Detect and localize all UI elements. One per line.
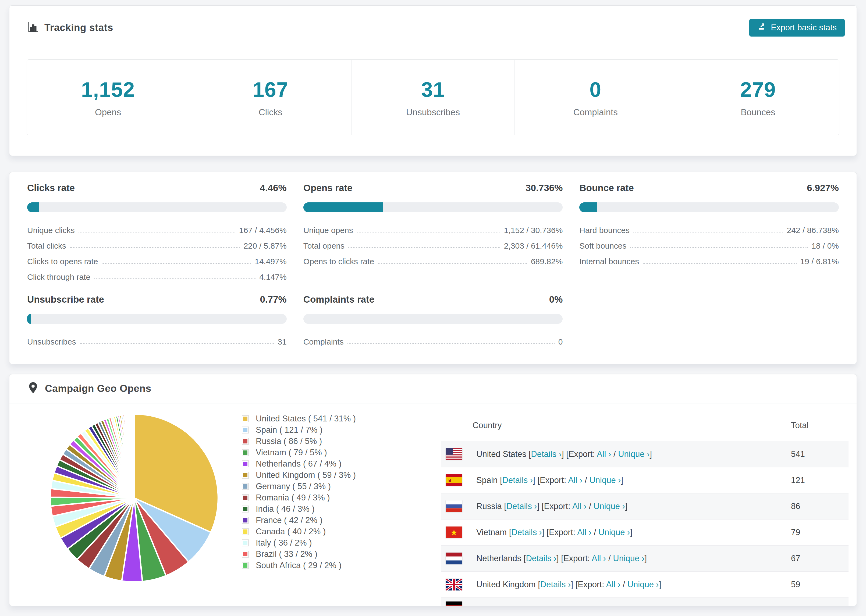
export-all-link[interactable]: All › [577,528,591,537]
country-total: 79 [791,528,849,537]
details-link[interactable]: Details › [502,475,533,485]
opens-rate-rows: Unique opens1,152 / 30.736%Total opens2,… [303,219,563,266]
export-unique-link[interactable]: Unique › [618,449,650,459]
stat-box-opens: 1,152 Opens [27,60,189,135]
legend-swatch [242,426,249,434]
dotted-leader [348,343,554,344]
geo-header: Campaign Geo Opens [9,374,857,404]
clicks-rate-progress-fill [27,203,39,212]
export-all-link[interactable]: All › [597,449,611,459]
bounce-rate-panel: Bounce rate 6.927% Hard bounces242 / 86.… [579,178,839,282]
rate-detail-label: Hard bounces [579,226,630,235]
country-column-header: Country [472,421,502,430]
gb-flag-icon [446,579,462,591]
export-all-link[interactable]: All › [572,501,587,511]
details-link[interactable]: Details › [531,449,562,459]
legend-item: United States ( 541 / 31% ) [242,413,441,424]
legend-label: India ( 46 / 3% ) [256,504,315,514]
rate-detail-value: 220 / 5.87% [244,241,287,250]
rate-detail-row: Soft bounces18 / 0% [579,235,839,250]
unsubscribes-count: 31 [421,77,445,102]
legend-swatch [242,506,249,512]
rate-detail-row: Total clicks220 / 5.87% [27,235,287,250]
rate-detail-label: Unique clicks [27,226,75,235]
rate-detail-label: Unique opens [303,226,353,235]
dotted-leader [348,247,500,248]
export-basic-stats-button[interactable]: Export basic stats [749,19,845,36]
legend-label: France ( 42 / 2% ) [256,515,323,525]
export-unique-link[interactable]: Unique › [613,554,644,563]
details-link[interactable]: Details › [506,501,537,511]
es-flag-icon [446,475,462,486]
details-link[interactable]: Details › [511,528,542,537]
rate-detail-label: Clicks to opens rate [27,257,98,266]
link-separator: / [591,528,598,537]
geo-legend: United States ( 541 / 31% )Spain ( 121 /… [242,410,441,571]
legend-swatch [242,472,249,479]
bounce-rate-rows: Hard bounces242 / 86.738%Soft bounces18 … [579,219,839,266]
export-button-label: Export basic stats [771,23,837,33]
complaints-rate-panel: Complaints rate 0% Complaints0 [303,290,563,346]
country-cell: Netherlands [Details ›] [Export: All › /… [476,554,647,563]
stat-box-clicks: 167 Clicks [189,60,351,135]
campaign-geo-opens-card: Campaign Geo Opens United States ( 541 /… [9,374,857,606]
rate-detail-value: 0 [558,337,563,346]
export-unique-link[interactable]: Unique › [594,501,625,511]
bounce-rate-title: Bounce rate [579,182,634,193]
rate-detail-value: 2,303 / 61.446% [504,241,563,250]
legend-item: Russia ( 86 / 5% ) [242,436,441,447]
rate-detail-value: 14.497% [255,257,287,266]
legend-label: Russia ( 86 / 5% ) [256,437,322,446]
unsubscribes-label: Unsubscribes [406,107,460,118]
opens-rate-progressbar [303,203,563,212]
details-link[interactable]: Details › [526,554,556,563]
export-all-link[interactable]: All › [568,475,582,485]
details-link[interactable]: Details › [540,580,571,589]
country-total: 67 [791,554,849,563]
rate-detail-label: Complaints [303,337,344,346]
unsubscribe-rate-progress-fill [27,314,31,324]
legend-item: France ( 42 / 2% ) [242,515,441,526]
legend-swatch [242,415,249,422]
dotted-leader [80,343,274,344]
rate-detail-value: 242 / 86.738% [787,226,839,235]
export-all-link[interactable]: All › [606,580,620,589]
legend-item: Canada ( 40 / 2% ) [242,526,441,537]
export-unique-link[interactable]: Unique › [598,528,630,537]
stat-box-complaints: 0 Complaints [514,60,677,135]
tracking-stats-card: Tracking stats Export basic stats 1,152 … [9,5,857,156]
clicks-count: 167 [252,77,288,102]
country-total: 121 [791,475,849,485]
bracket-close: ] [659,580,661,589]
legend-label: Romania ( 49 / 3% ) [256,493,330,503]
rate-detail-label: Soft bounces [579,241,627,250]
dotted-leader [633,232,783,233]
export-prefix: ] [Export: [533,475,568,485]
opens-rate-value: 30.736% [526,182,563,193]
export-prefix: ] [Export: [542,528,577,537]
export-icon [757,22,767,33]
rate-detail-row: Total opens2,303 / 61.446% [303,235,563,250]
export-unique-link[interactable]: Unique › [627,580,659,589]
geo-title: Campaign Geo Opens [45,383,151,394]
export-all-link[interactable]: All › [592,554,606,563]
nl-flag-icon [446,553,462,564]
dotted-leader [378,263,527,264]
legend-swatch [242,460,249,467]
legend-label: Canada ( 40 / 2% ) [256,527,326,536]
legend-swatch [242,551,249,558]
dotted-leader [630,247,808,248]
dotted-leader [70,247,239,248]
unsubscribe-rate-value: 0.77% [260,294,287,305]
geo-table-row: United States [Details ›] [Export: All ›… [441,441,849,467]
complaints-rate-rows: Complaints0 [303,331,563,346]
complaints-rate-progressbar [303,314,563,324]
rate-detail-value: 1,152 / 30.736% [504,226,563,235]
legend-item: Germany ( 55 / 3% ) [242,481,441,492]
legend-swatch [242,483,249,490]
legend-item: Romania ( 49 / 3% ) [242,492,441,503]
vn-flag-icon [446,526,462,538]
pie-svg [47,411,221,585]
legend-label: Brazil ( 33 / 2% ) [256,549,317,559]
export-unique-link[interactable]: Unique › [589,475,621,485]
